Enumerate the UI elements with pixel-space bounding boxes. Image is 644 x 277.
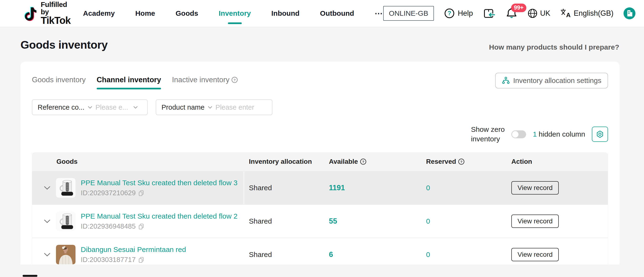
product-name-input[interactable]: [216, 103, 258, 111]
available-cell[interactable]: 6: [324, 250, 421, 259]
svg-text:?: ?: [448, 10, 451, 17]
inventory-allocation-settings-button[interactable]: Inventory allocation settings: [495, 73, 608, 88]
nav-more-menu[interactable]: ⋯: [375, 9, 383, 18]
prepare-products-help-link[interactable]: How many products should I prepare?: [489, 43, 619, 51]
building-icon: [624, 8, 636, 19]
question-circle-icon: ?: [444, 8, 455, 19]
allocation-cell: Shared: [244, 184, 324, 192]
product-info: PPE Manual Test Sku created then deleted…: [81, 179, 238, 197]
action-cell: View record: [506, 181, 608, 194]
nav-item-inventory[interactable]: Inventory: [219, 9, 251, 18]
nav-item-goods[interactable]: Goods: [176, 9, 198, 18]
allocation-cell: Shared: [244, 217, 324, 225]
channel-inventory-table: Goods Inventory allocation Available ? R…: [32, 152, 608, 264]
view-record-button[interactable]: View record: [511, 181, 559, 194]
returns-button[interactable]: [483, 8, 496, 19]
help-button[interactable]: ? Help: [444, 8, 473, 19]
row-expander-chevron-icon[interactable]: [44, 253, 50, 256]
col-header-goods: Goods: [32, 158, 244, 165]
active-tab-underline: [97, 88, 161, 89]
action-cell: View record: [506, 214, 608, 228]
product-name-filter[interactable]: Product name: [156, 99, 272, 115]
col-header-reserved: Reserved ?: [421, 158, 506, 165]
nav-item-home[interactable]: Home: [135, 9, 155, 18]
hierarchy-icon: [502, 77, 510, 84]
inventory-tabs: Goods inventory Channel inventory Inacti…: [32, 73, 238, 84]
table-row: PPE Manual Test Sku created then deleted…: [32, 171, 608, 204]
horizontal-scrollbar-thumb[interactable]: [23, 275, 38, 277]
available-cell[interactable]: 55: [324, 217, 421, 225]
action-cell: View record: [506, 248, 608, 261]
tiktok-logo-icon: [23, 6, 36, 21]
product-name-link[interactable]: PPE Manual Test Sku created then deleted…: [81, 179, 238, 187]
logo-text: Fulfilled by TikTok: [41, 1, 70, 26]
chevron-down-icon[interactable]: [133, 106, 138, 109]
product-name-link[interactable]: Dibangun Sesuai Permintaan red: [81, 245, 186, 254]
toggle-knob: [512, 131, 518, 138]
reserved-cell[interactable]: 0: [421, 250, 506, 259]
copy-icon[interactable]: [138, 257, 144, 263]
product-image-glass-pitcher: [56, 211, 76, 231]
table-utilities-row: Show zero inventory 1hidden column: [32, 125, 608, 144]
allocation-cell: Shared: [244, 250, 324, 259]
available-cell[interactable]: 1191: [324, 184, 421, 192]
screen: Fulfilled by TikTok Academy Home Goods I…: [0, 0, 644, 277]
goods-cell: PPE Manual Test Sku created then deleted…: [32, 171, 244, 204]
column-settings-button[interactable]: [592, 127, 608, 142]
nav-item-academy[interactable]: Academy: [83, 9, 114, 18]
col-header-inventory-allocation: Inventory allocation: [244, 158, 324, 165]
package-return-icon: [483, 8, 496, 19]
filters-row: Reference co... Product name: [32, 99, 608, 115]
tab-inactive-inventory[interactable]: Inactive inventory ?: [172, 76, 238, 84]
row-expander-chevron-icon[interactable]: [44, 186, 50, 190]
language-selector[interactable]: A English(GB): [560, 9, 614, 18]
nav-item-outbound[interactable]: Outbound: [320, 9, 354, 18]
fulfilled-by-tiktok-logo[interactable]: Fulfilled by TikTok: [23, 1, 70, 26]
page-header: Goods inventory How many products should…: [0, 27, 644, 51]
reserved-cell[interactable]: 0: [421, 184, 506, 192]
reference-code-filter[interactable]: Reference co...: [32, 99, 148, 115]
reserved-cell[interactable]: 0: [421, 217, 506, 225]
reference-code-input[interactable]: [96, 103, 130, 111]
product-image-model-white-sweater: [56, 245, 76, 264]
product-info: PPE Manual Test Sku created then deleted…: [81, 212, 238, 230]
account-avatar[interactable]: [624, 8, 636, 19]
shop-selector[interactable]: ONLINE-GB: [383, 6, 434, 21]
copy-icon[interactable]: [138, 190, 144, 196]
page-title: Goods inventory: [20, 38, 108, 51]
top-navigation: Fulfilled by TikTok Academy Home Goods I…: [0, 0, 644, 27]
view-record-button[interactable]: View record: [511, 248, 559, 261]
product-id: ID:202936948485: [81, 222, 238, 230]
nav-item-inbound[interactable]: Inbound: [271, 9, 299, 18]
product-info: Dibangun Sesuai Permintaan red ID:200303…: [81, 245, 186, 264]
table-row: PPE Manual Test Sku created then deleted…: [32, 204, 608, 238]
notifications-button[interactable]: 99+: [506, 8, 517, 19]
product-id: ID:202937210629: [81, 189, 238, 197]
show-zero-inventory-toggle[interactable]: [511, 130, 526, 138]
col-header-action: Action: [506, 158, 608, 165]
question-circle-icon[interactable]: ?: [458, 158, 465, 165]
table-header: Goods Inventory allocation Available ? R…: [32, 152, 608, 171]
row-expander-chevron-icon[interactable]: [44, 219, 50, 223]
globe-icon: [527, 8, 538, 19]
svg-text:?: ?: [234, 78, 236, 82]
question-circle-icon[interactable]: ?: [360, 158, 366, 165]
product-id: ID:200303187717: [81, 256, 186, 264]
hidden-column-label: 1hidden column: [533, 130, 585, 138]
copy-icon[interactable]: [138, 223, 144, 229]
view-record-button[interactable]: View record: [511, 214, 559, 228]
tabs-row: Goods inventory Channel inventory Inacti…: [32, 73, 608, 88]
product-image-glass-pitcher: [56, 178, 76, 198]
region-selector[interactable]: UK: [527, 8, 550, 19]
chevron-down-icon[interactable]: [88, 106, 92, 109]
question-circle-icon: ?: [231, 77, 238, 83]
tab-channel-inventory[interactable]: Channel inventory: [97, 76, 161, 84]
nav-right-cluster: ONLINE-GB ? Help: [383, 6, 636, 21]
col-header-available: Available ?: [324, 158, 421, 165]
notification-count-badge: 99+: [511, 4, 526, 12]
tab-goods-inventory[interactable]: Goods inventory: [32, 76, 86, 84]
product-name-link[interactable]: PPE Manual Test Sku created then deleted…: [81, 212, 238, 220]
active-nav-underline: [228, 23, 242, 24]
inventory-card: Goods inventory Channel inventory Inacti…: [20, 62, 620, 264]
chevron-down-icon[interactable]: [208, 106, 212, 109]
